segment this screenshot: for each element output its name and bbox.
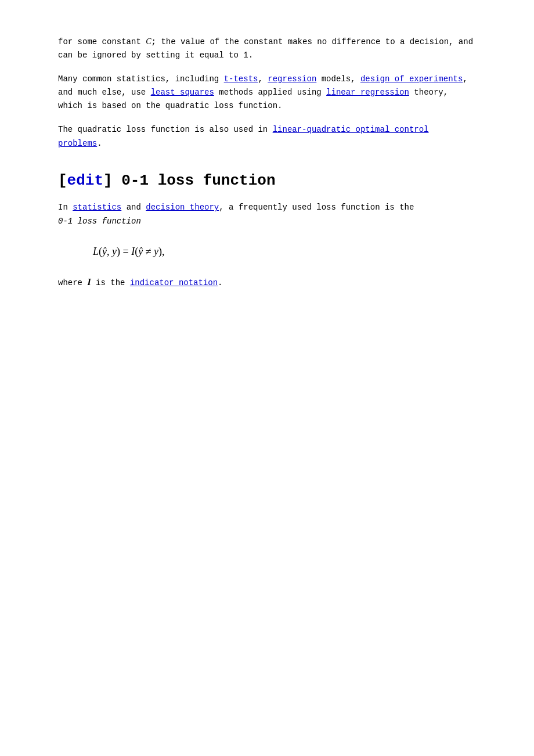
link-statistics[interactable]: statistics [73,203,121,212]
constant-symbol: C [146,37,151,46]
text-01-1: In [58,203,73,212]
math-formula-block: L(ŷ, y) = I(ŷ ≠ y), [93,242,476,261]
link-decision-theory[interactable]: decision theory [146,203,219,212]
section-title: 0-1 loss function [113,172,276,189]
text-before-constant: for some constant [58,37,146,46]
paragraph-quadratic: The quadratic loss function is also used… [58,123,476,150]
link-edit[interactable]: edit [67,172,103,189]
paragraph-statistics: Many common statistics, including t-test… [58,73,476,113]
text-stats-1: Many common statistics, including [58,74,224,84]
section-heading-01-loss: [edit] 0-1 loss function [58,171,476,191]
text-indicator-3: . [218,278,222,287]
text-stats-3: models, [316,74,360,84]
text-quadratic-2: . [97,139,102,148]
text-01-2: and [121,203,146,212]
italic-01-loss: 0-1 loss function [58,217,141,226]
text-indicator-1: where [58,278,87,287]
link-indicator-notation[interactable]: indicator notation [130,278,218,287]
main-content: for some constant C; the value of the co… [58,35,476,290]
bracket-close: ] [103,172,113,189]
text-quadratic-1: The quadratic loss function is also used… [58,125,273,134]
text-stats-5: methods applied using [214,88,326,97]
text-indicator-2: is the [91,278,130,287]
math-formula: L(ŷ, y) = I(ŷ ≠ y), [93,246,165,257]
link-design-experiments[interactable]: design of experiments [360,74,463,84]
paragraph-indicator: where I is the indicator notation. [58,275,476,290]
paragraph-01-loss-intro: In statistics and decision theory, a fre… [58,201,476,228]
text-stats-2: , [258,74,268,84]
text-01-3: , a frequently used loss function is the [219,203,414,212]
link-linear-regression[interactable]: linear regression [326,88,409,97]
link-regression[interactable]: regression [268,74,316,84]
link-least-squares[interactable]: least squares [151,88,214,97]
paragraph-constant: for some constant C; the value of the co… [58,35,476,62]
link-t-tests[interactable]: t-tests [224,74,258,84]
bracket-open: [ [58,172,67,189]
